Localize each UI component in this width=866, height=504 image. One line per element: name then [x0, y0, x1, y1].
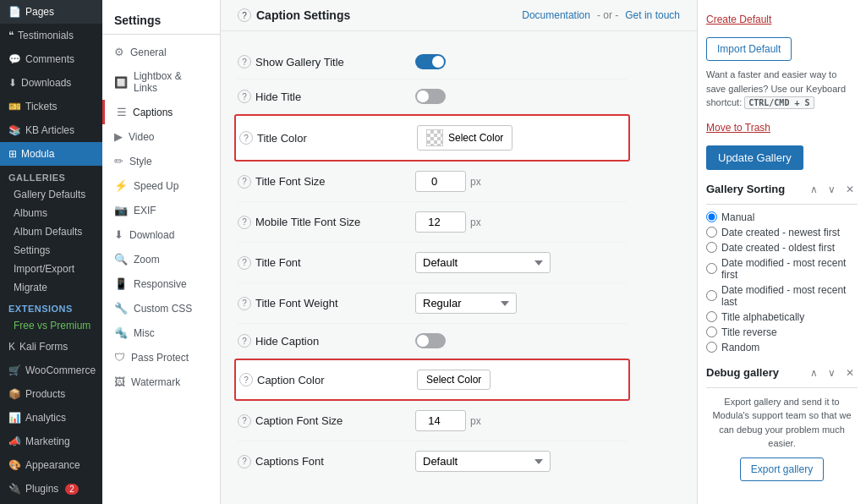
sidebar-subitem-gallery-defaults[interactable]: Gallery Defaults [0, 185, 102, 204]
radio-title-alpha[interactable]: Title alphabetically [706, 311, 858, 323]
help-icon-mobile-title-font-size[interactable]: ? [238, 216, 251, 229]
radio-title-reverse[interactable]: Title reverse [706, 326, 858, 338]
title-font-size-input[interactable] [415, 171, 466, 192]
general-icon: ⚙ [114, 46, 124, 58]
settings-nav-item-watermark[interactable]: 🖼 Watermark [102, 370, 220, 394]
help-icon-hide-title[interactable]: ? [238, 90, 251, 103]
settings-nav-item-responsive[interactable]: 📱 Responsive [102, 271, 220, 296]
action-row-save: Move to Trash Update Gallery [706, 117, 858, 170]
gallery-sorting-header: Gallery Sorting ∧ ∨ ✕ [706, 182, 858, 205]
captions-icon: ☰ [117, 106, 127, 118]
settings-nav-item-custom-css[interactable]: 🔧 Custom CSS [102, 296, 220, 320]
products-icon: 📦 [8, 388, 21, 400]
testimonials-icon: ❝ [8, 30, 14, 41]
sorting-down-button[interactable]: ∨ [825, 182, 839, 197]
mobile-title-font-size-input[interactable] [415, 211, 466, 233]
radio-date-newest[interactable]: Date created - newest first [706, 227, 858, 238]
debug-gallery-header: Debug gallery ∧ ∨ ✕ [706, 365, 858, 388]
sidebar-item-tickets[interactable]: 🎫 Tickets [0, 95, 102, 118]
sorting-up-button[interactable]: ∧ [807, 182, 821, 197]
radio-manual[interactable]: Manual [706, 211, 858, 223]
settings-nav-item-speed-up[interactable]: ⚡ Speed Up [102, 173, 220, 198]
settings-nav-item-download[interactable]: ⬇ Download [102, 222, 220, 247]
helper-text: Want a faster and easier way to save gal… [706, 68, 858, 110]
sidebar-item-modula[interactable]: ⊞ Modula [0, 142, 102, 166]
sidebar-item-testimonials[interactable]: ❝ Testimonials [0, 24, 102, 47]
toggle-hide-title[interactable] [415, 89, 446, 104]
sidebar-free-vs-premium[interactable]: Free vs Premium [0, 316, 102, 335]
get-in-touch-link[interactable]: Get in touch [625, 9, 680, 21]
help-icon-show-gallery[interactable]: ? [238, 55, 251, 68]
sidebar-subitem-album-defaults[interactable]: Album Defaults [0, 222, 102, 241]
action-row-defaults: Create Default Import Default [706, 8, 858, 61]
sidebar-subitem-migrate[interactable]: Migrate [0, 278, 102, 297]
settings-nav-item-lightbox[interactable]: 🔲 Lightbox & Links [102, 64, 220, 100]
sidebar-item-users[interactable]: 👤 Users [0, 501, 102, 504]
radio-date-oldest[interactable]: Date created - oldest first [706, 242, 858, 254]
help-icon-header[interactable]: ? [238, 8, 251, 22]
settings-nav-item-captions[interactable]: ☰ Captions [102, 100, 220, 124]
help-icon-hide-caption[interactable]: ? [238, 334, 251, 348]
caption-settings-fields: ? Show Gallery Title ? Hide Title ? Titl… [221, 31, 644, 495]
marketing-icon: 📣 [8, 436, 21, 447]
sidebar-item-plugins[interactable]: 🔌 Plugins 2 [0, 477, 102, 501]
sidebar-item-marketing[interactable]: 📣 Marketing [0, 430, 102, 453]
help-icon-caption-color[interactable]: ? [239, 373, 253, 386]
help-icon-title-color[interactable]: ? [239, 131, 253, 145]
title-color-picker[interactable]: Select Color [417, 125, 512, 151]
sidebar-subitem-import-export[interactable]: Import/Export [0, 260, 102, 278]
help-icon-title-font-weight[interactable]: ? [238, 297, 251, 310]
caption-settings-title: Caption Settings [256, 8, 350, 22]
title-color-swatch [426, 129, 443, 146]
toggle-show-gallery-title[interactable] [415, 54, 446, 69]
move-to-trash-button[interactable]: Move to Trash [706, 117, 770, 139]
sidebar-subitem-albums[interactable]: Albums [0, 204, 102, 222]
import-default-button[interactable]: Import Default [706, 37, 792, 61]
radio-date-modified-recent[interactable]: Date modified - most recent first [706, 257, 858, 281]
sidebar-item-kali-forms[interactable]: K Kali Forms [0, 335, 102, 359]
title-font-select[interactable]: Default Arial Georgia [415, 252, 551, 273]
export-gallery-button[interactable]: Export gallery [740, 457, 824, 481]
caption-font-size-input[interactable] [415, 410, 466, 431]
debug-close-button[interactable]: ✕ [842, 365, 858, 381]
comments-icon: 💬 [8, 53, 21, 65]
help-icon-caption-font-size[interactable]: ? [238, 414, 251, 428]
settings-nav-item-exif[interactable]: 📷 EXIF [102, 198, 220, 222]
settings-nav-item-general[interactable]: ⚙ General [102, 40, 220, 64]
sidebar-item-products[interactable]: 📦 Products [0, 382, 102, 406]
responsive-icon: 📱 [114, 277, 128, 290]
zoom-icon: 🔍 [114, 253, 128, 266]
settings-nav-item-misc[interactable]: 🔩 Misc [102, 320, 220, 345]
title-font-weight-select[interactable]: Regular Bold Light [415, 293, 517, 314]
radio-random[interactable]: Random [706, 342, 858, 353]
sidebar-subitem-settings[interactable]: Settings [0, 241, 102, 260]
sidebar-item-comments[interactable]: 💬 Comments [0, 47, 102, 71]
settings-nav-item-zoom[interactable]: 🔍 Zoom [102, 247, 220, 271]
woo-icon: 🛒 [8, 364, 21, 376]
settings-nav-item-style[interactable]: ✏ Style [102, 149, 220, 173]
sidebar-item-downloads[interactable]: ⬇ Downloads [0, 71, 102, 95]
documentation-link[interactable]: Documentation [522, 9, 590, 21]
sidebar-section-galleries: Galleries [0, 166, 102, 185]
sidebar-item-pages[interactable]: 📄 Pages [0, 0, 102, 24]
sorting-close-button[interactable]: ✕ [842, 182, 858, 197]
sidebar-item-kb-articles[interactable]: 📚 KB Articles [0, 118, 102, 142]
radio-date-modified-last[interactable]: Date modified - most recent last [706, 284, 858, 308]
settings-nav-item-pass-protect[interactable]: 🛡 Pass Protect [102, 345, 220, 370]
debug-up-button[interactable]: ∧ [807, 365, 821, 381]
debug-description: Export gallery and send it to Modula's s… [706, 395, 858, 451]
captions-font-select[interactable]: Default Arial Georgia [415, 451, 551, 472]
help-icon-title-font-size[interactable]: ? [238, 175, 251, 189]
sidebar-item-analytics[interactable]: 📊 Analytics [0, 406, 102, 430]
sidebar-item-appearance[interactable]: 🎨 Appearance [0, 453, 102, 477]
help-icon-captions-font[interactable]: ? [238, 455, 251, 468]
toggle-hide-caption[interactable] [415, 333, 446, 348]
create-default-button[interactable]: Create Default [706, 8, 771, 30]
update-gallery-button[interactable]: Update Gallery [706, 145, 803, 170]
gallery-sorting-title: Gallery Sorting [706, 183, 785, 195]
caption-color-picker[interactable]: Select Color [417, 370, 491, 390]
settings-nav-item-video[interactable]: ▶ Video [102, 124, 220, 149]
debug-down-button[interactable]: ∨ [825, 365, 839, 381]
sidebar-item-woocommerce[interactable]: 🛒 WooCommerce [0, 359, 102, 382]
help-icon-title-font[interactable]: ? [238, 256, 251, 270]
